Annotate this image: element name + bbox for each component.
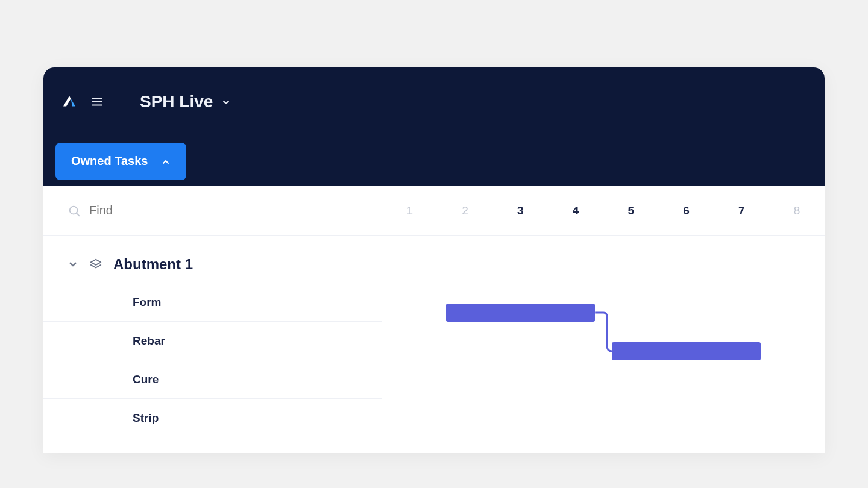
svg-marker-5 — [91, 260, 101, 265]
search-input[interactable] — [89, 204, 357, 217]
project-name: SPH Live — [140, 92, 213, 111]
timeline-day: 8 — [769, 204, 825, 217]
owned-tasks-button[interactable]: Owned Tasks — [55, 143, 186, 180]
search-icon — [68, 204, 81, 217]
gantt-bar[interactable] — [612, 342, 761, 360]
svg-line-4 — [77, 213, 79, 216]
timeline-day: 4 — [548, 204, 603, 217]
project-selector[interactable]: SPH Live — [140, 92, 231, 111]
gantt-lane — [382, 293, 825, 332]
timeline-panel: 12345678 — [382, 186, 825, 453]
collapse-toggle[interactable] — [68, 259, 78, 270]
timeline-header: 12345678 — [382, 186, 825, 236]
gantt-bar[interactable] — [446, 304, 596, 322]
gantt-lane — [382, 371, 825, 409]
app-logo-icon — [60, 93, 78, 111]
timeline-day: 1 — [382, 204, 438, 217]
task-row[interactable]: Cure — [43, 360, 382, 399]
layers-icon — [89, 258, 102, 271]
group-title: Abutment 1 — [113, 256, 193, 273]
timeline-day: 7 — [714, 204, 770, 217]
chevron-up-icon — [161, 157, 171, 166]
task-row[interactable]: Rebar — [43, 322, 382, 360]
gantt-lane — [382, 332, 825, 371]
menu-icon[interactable] — [89, 94, 105, 110]
search-row — [43, 186, 382, 236]
content-area: Abutment 1 FormRebarCureStrip 12345678 — [43, 186, 825, 453]
task-list: FormRebarCureStrip — [43, 283, 382, 437]
group-header: Abutment 1 — [43, 236, 382, 283]
timeline-day: 6 — [659, 204, 714, 217]
gantt-area — [382, 236, 825, 448]
filter-bar: Owned Tasks — [43, 136, 825, 186]
task-list-panel: Abutment 1 FormRebarCureStrip — [43, 186, 382, 453]
gantt-lane — [382, 409, 825, 448]
timeline-day: 2 — [438, 204, 493, 217]
task-row[interactable]: Strip — [43, 399, 382, 437]
timeline-day: 5 — [603, 204, 659, 217]
owned-tasks-label: Owned Tasks — [71, 154, 148, 168]
chevron-down-icon — [221, 97, 231, 107]
task-row[interactable]: Form — [43, 283, 382, 322]
app-window: SPH Live Owned Tasks — [43, 67, 825, 453]
topbar: SPH Live — [43, 67, 825, 136]
timeline-day: 3 — [493, 204, 549, 217]
